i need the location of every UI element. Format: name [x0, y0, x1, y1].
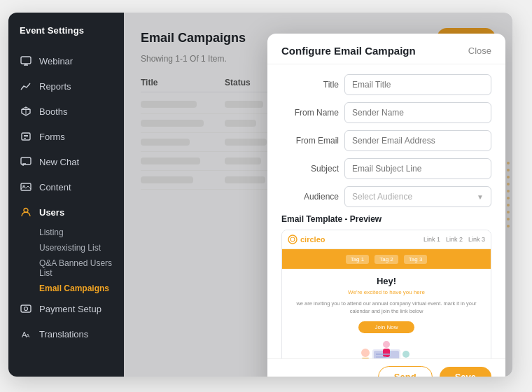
send-button[interactable]: Send	[378, 366, 433, 377]
svg-rect-24	[361, 358, 370, 359]
modal-title: Configure Email Campaign	[281, 45, 416, 57]
from-name-input[interactable]	[344, 102, 491, 123]
subject-input[interactable]	[344, 158, 491, 179]
title-label: Title	[281, 80, 339, 90]
ep-body-text: we are inviting you to attend our annual…	[292, 300, 481, 316]
audience-select[interactable]: Select Audience ▼	[344, 186, 491, 207]
sidebar-sub-email-campaigns[interactable]: Email Campaigns	[8, 281, 124, 296]
save-button[interactable]: Save	[440, 367, 491, 377]
sidebar-sub-email-campaigns-label: Email Campaigns	[39, 284, 109, 293]
svg-rect-10	[21, 183, 31, 190]
svg-rect-28	[402, 358, 410, 359]
sidebar-item-webinar-label: Webinar	[39, 56, 73, 66]
sidebar-sub-user-existing-list[interactable]: Userexisting List	[8, 240, 124, 255]
sidebar-item-translations-label: Translations	[39, 329, 88, 340]
box-icon	[20, 105, 32, 118]
main-content: Email Campaigns Create Showing 1-1 Of 1 …	[124, 13, 512, 377]
sidebar-item-content[interactable]: Content	[8, 174, 124, 200]
sidebar-sub-qa-banned[interactable]: Q&A Banned Users List	[8, 255, 124, 281]
svg-point-27	[402, 351, 410, 358]
configure-email-modal: Configure Email Campaign Close Title Fro…	[267, 34, 505, 377]
svg-rect-13	[21, 305, 31, 312]
form-row-from-email: From Email	[281, 130, 491, 151]
audience-placeholder: Select Audience	[352, 192, 412, 202]
image-icon	[20, 181, 32, 193]
svg-point-14	[24, 307, 28, 311]
banner-tag-2: Tag 2	[374, 255, 398, 264]
app-window: Event Settings Webinar Reports	[8, 13, 512, 377]
sidebar-item-webinar[interactable]: Webinar	[8, 48, 124, 74]
text-icon: A A	[20, 328, 32, 340]
nav-link-2: Link 2	[446, 236, 463, 243]
modal-body: Title From Name From Email Subject	[267, 64, 505, 358]
form-row-subject: Subject	[281, 158, 491, 179]
svg-point-18	[290, 237, 295, 241]
title-input[interactable]	[344, 74, 491, 95]
sidebar: Event Settings Webinar Reports	[8, 13, 124, 377]
modal-close-button[interactable]: Close	[468, 46, 491, 56]
sidebar-title: Event Settings	[8, 25, 124, 48]
sidebar-item-reports-label: Reports	[39, 81, 71, 92]
sidebar-item-users[interactable]: Users	[8, 200, 124, 225]
dollar-icon	[20, 302, 32, 315]
email-preview: circleo Link 1 Link 2 Link 3 Tag 1 Tag 2…	[281, 230, 491, 358]
svg-text:A: A	[26, 332, 30, 339]
svg-rect-32	[383, 349, 390, 357]
svg-point-17	[288, 235, 297, 244]
chat-icon	[20, 155, 32, 168]
email-preview-banner: Tag 1 Tag 2 Tag 3	[282, 249, 491, 269]
sidebar-item-users-label: Users	[39, 207, 64, 218]
modal-footer: Send Save	[267, 358, 505, 377]
sidebar-item-content-label: Content	[39, 182, 71, 192]
preview-section-title: Email Template - Preview	[281, 214, 491, 224]
sidebar-sub-listing-label: Listing	[39, 227, 64, 237]
nav-link-3: Link 3	[468, 236, 485, 243]
sidebar-sub-qa-banned-label: Q&A Banned Users List	[39, 258, 112, 278]
email-preview-nav-links: Link 1 Link 2 Link 3	[424, 236, 485, 243]
sidebar-item-payment-setup[interactable]: Payment Setup	[8, 296, 124, 321]
email-preview-body: Hey! We're excited to have you here we a…	[282, 269, 491, 358]
sidebar-item-translations[interactable]: A A Translations	[8, 321, 124, 346]
form-row-audience: Audience Select Audience ▼	[281, 186, 491, 207]
monitor-icon	[20, 55, 32, 67]
email-logo: circleo	[288, 234, 325, 244]
sidebar-item-booths[interactable]: Booths	[8, 99, 124, 124]
form-row-from-name: From Name	[281, 102, 491, 123]
sidebar-item-booths-label: Booths	[39, 106, 67, 117]
modal-header: Configure Email Campaign Close	[267, 34, 505, 64]
email-preview-nav: circleo Link 1 Link 2 Link 3	[282, 230, 491, 249]
nav-link-1: Link 1	[424, 236, 440, 243]
audience-label: Audience	[281, 192, 339, 202]
sidebar-item-reports[interactable]: Reports	[8, 74, 124, 99]
ep-hey: Hey!	[292, 276, 481, 286]
sidebar-item-payment-label: Payment Setup	[39, 304, 102, 314]
svg-point-31	[383, 341, 390, 348]
ep-cta-button: Join Now	[358, 321, 414, 333]
sidebar-item-chat-label: New Chat	[39, 157, 79, 167]
svg-point-23	[361, 349, 370, 357]
ep-illustration	[292, 339, 481, 359]
from-email-label: From Email	[281, 136, 339, 146]
logo-text: circleo	[300, 235, 325, 244]
sidebar-item-new-chat[interactable]: New Chat	[8, 149, 124, 174]
user-icon	[20, 206, 32, 218]
chart-icon	[20, 80, 32, 92]
banner-tag-3: Tag 3	[404, 255, 428, 264]
ep-sub: We're excited to have you here	[292, 289, 481, 295]
form-row-title: Title	[281, 74, 491, 95]
subject-label: Subject	[281, 164, 339, 174]
list-icon	[20, 130, 32, 143]
from-name-label: From Name	[281, 108, 339, 118]
sidebar-item-forms[interactable]: Forms	[8, 124, 124, 149]
chevron-down-icon: ▼	[477, 193, 484, 201]
sidebar-sub-listing[interactable]: Listing	[8, 225, 124, 240]
sidebar-sub-user-existing-label: Userexisting List	[39, 243, 101, 253]
sidebar-item-forms-label: Forms	[39, 132, 65, 142]
from-email-input[interactable]	[344, 130, 491, 151]
svg-rect-0	[21, 57, 31, 64]
banner-tag-1: Tag 1	[346, 255, 370, 264]
